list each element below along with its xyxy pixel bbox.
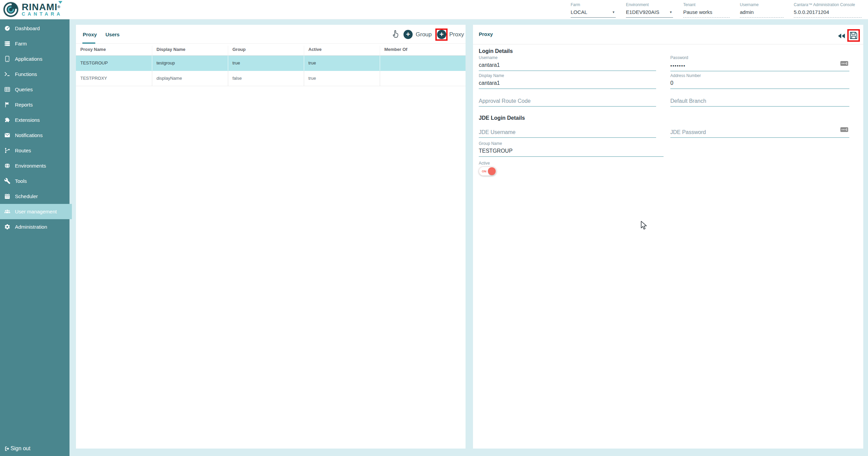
username-field[interactable]: Username cantara1	[479, 55, 656, 71]
field-placeholder: JDE Username	[479, 129, 656, 138]
brand-subname: CANTARA	[22, 12, 63, 17]
add-group-button[interactable]: + Group	[403, 30, 432, 39]
dropdown-caret-icon: ▼	[669, 11, 672, 14]
keyboard-icon[interactable]	[840, 127, 848, 133]
sidebar-item-functions[interactable]: Functions	[0, 66, 70, 82]
sidebar-item-label: Tools	[15, 178, 27, 184]
pointer-hand-icon	[391, 29, 400, 39]
sidebar-item-label: Reports	[15, 102, 33, 108]
rinami-cantara-logo: RINAMI® CANTARA	[2, 1, 63, 18]
header-field-username[interactable]: Username admin▼	[740, 2, 784, 18]
field-value: •••••••	[670, 62, 849, 71]
column-header[interactable]: Member Of	[380, 46, 466, 55]
header-field-value: admin	[740, 9, 754, 15]
extensions-icon	[4, 117, 11, 123]
sidebar: Dashboard Farm Applications Functions Qu…	[0, 19, 70, 456]
column-header[interactable]: Proxy Name	[76, 46, 152, 55]
header-field-tenant[interactable]: Tenant Pause works▼	[683, 2, 730, 18]
sidebar-item-label: User management	[15, 209, 57, 214]
sidebar-item-label: Scheduler	[15, 193, 38, 199]
sidebar-item-administration[interactable]: Administration	[0, 219, 70, 234]
sidebar-item-reports[interactable]: Reports	[0, 97, 70, 112]
sidebar-item-routes[interactable]: Routes	[0, 143, 70, 158]
section-heading-login: Login Details	[479, 48, 513, 54]
header-field-label: Username	[740, 2, 784, 7]
table-row[interactable]: TESTGROUP testgroup true true	[76, 55, 466, 71]
header-field-label: Environment	[626, 2, 673, 7]
sidebar-item-label: Dashboard	[15, 25, 40, 31]
user-management-icon	[4, 208, 11, 215]
sidebar-item-environments[interactable]: Environments	[0, 158, 70, 173]
header-field-label: Tenant	[683, 2, 730, 7]
section-heading-jde: JDE Login Details	[479, 115, 525, 121]
field-placeholder: Approval Route Code	[479, 98, 656, 107]
display-name-field[interactable]: Display Name cantara1	[479, 73, 656, 89]
sidebar-item-sign-out[interactable]: Sign out	[0, 442, 70, 455]
password-field[interactable]: Password •••••••	[670, 55, 849, 71]
header-field-console[interactable]: Cantara™ Administration Console 5.0.0.20…	[794, 2, 862, 18]
add-proxy-plus-icon: +	[437, 30, 446, 39]
header-field-environment[interactable]: Environment E1DEV920AIS▼	[626, 2, 673, 18]
header-field-farm[interactable]: Farm LOCAL▼	[571, 2, 616, 18]
sidebar-item-queries[interactable]: Queries	[0, 82, 70, 97]
active-tab-underline	[82, 42, 95, 44]
table-header-row: Proxy Name Display Name Group Active Mem…	[76, 46, 466, 55]
routes-icon	[4, 147, 11, 154]
proxy-table: Proxy Name Display Name Group Active Mem…	[76, 46, 466, 86]
column-header[interactable]: Display Name	[152, 46, 228, 55]
administration-icon	[4, 224, 11, 230]
add-group-label: Group	[416, 31, 432, 38]
sidebar-item-applications[interactable]: Applications	[0, 51, 70, 66]
table-cell: TESTGROUP	[76, 55, 152, 71]
jde-password-field[interactable]: JDE Password	[670, 129, 849, 138]
tab-proxy[interactable]: Proxy	[83, 25, 97, 44]
panel-divider	[473, 44, 863, 44]
tab-users[interactable]: Users	[105, 25, 120, 44]
sign-out-label: Sign out	[11, 445, 31, 452]
header-field-label: Cantara™ Administration Console	[794, 2, 862, 7]
sidebar-item-notifications[interactable]: Notifications	[0, 128, 70, 143]
sidebar-item-dashboard[interactable]: Dashboard	[0, 21, 70, 36]
default-branch-field[interactable]: Default Branch	[670, 98, 849, 107]
column-header[interactable]: Active	[304, 46, 380, 55]
reports-icon	[4, 101, 11, 108]
sidebar-item-scheduler[interactable]: Scheduler	[0, 189, 70, 204]
field-value: 0	[670, 80, 849, 89]
keyboard-icon[interactable]	[840, 60, 848, 67]
toggle-knob[interactable]	[488, 167, 496, 175]
save-button[interactable]	[849, 31, 858, 41]
sidebar-item-label: Queries	[15, 87, 33, 92]
address-number-field[interactable]: Address Number 0	[670, 73, 849, 89]
brand-name: RINAMI®	[22, 2, 63, 12]
sidebar-item-label: Notifications	[15, 132, 43, 138]
field-label: Password	[670, 55, 849, 60]
active-toggle[interactable]: ON	[479, 167, 496, 176]
rewind-icon	[837, 32, 846, 40]
group-name-field[interactable]: Group Name TESTGROUP	[479, 141, 664, 157]
tools-icon	[4, 178, 11, 184]
collapse-panel-button[interactable]	[837, 32, 846, 41]
add-proxy-button[interactable]: + Proxy	[437, 30, 464, 39]
pan-tool-button[interactable]	[391, 29, 401, 39]
sidebar-item-label: Applications	[15, 56, 42, 62]
sidebar-nav: Dashboard Farm Applications Functions Qu…	[0, 21, 70, 234]
column-header[interactable]: Group	[228, 46, 304, 55]
sidebar-item-tools[interactable]: Tools	[0, 173, 70, 189]
table-cell: true	[228, 55, 304, 71]
field-label: Group Name	[479, 141, 664, 146]
sidebar-item-user-management[interactable]: User management	[0, 204, 72, 219]
table-row[interactable]: TESTPROXY displayName false true	[76, 71, 466, 86]
field-placeholder: Default Branch	[670, 98, 849, 107]
field-value: TESTGROUP	[479, 148, 664, 157]
proxy-list-panel: Proxy Users + Group + Proxy Proxy Name D…	[76, 25, 466, 449]
sidebar-item-extensions[interactable]: Extensions	[0, 112, 70, 128]
sidebar-item-farm[interactable]: Farm	[0, 36, 70, 51]
dropdown-caret-icon: ▼	[612, 11, 615, 14]
jde-username-field[interactable]: JDE Username	[479, 129, 656, 138]
sidebar-item-label: Farm	[15, 41, 27, 46]
toggle-state-text: ON	[482, 170, 487, 173]
approval-route-code-field[interactable]: Approval Route Code	[479, 98, 656, 107]
sidebar-item-label: Extensions	[15, 117, 40, 123]
farm-icon	[4, 40, 11, 47]
field-label: Display Name	[479, 73, 656, 78]
